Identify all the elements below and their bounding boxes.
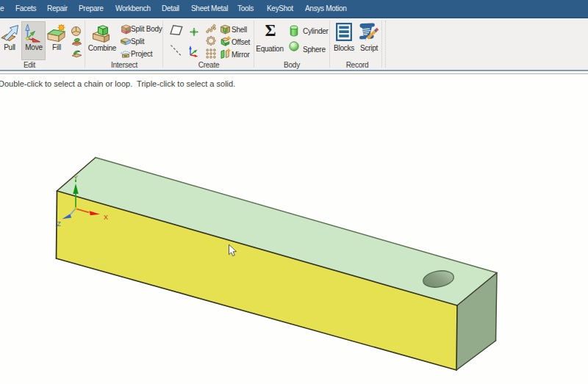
- svg-text:X: X: [104, 214, 108, 221]
- svg-text:Z: Z: [57, 220, 61, 228]
- svg-text:Y: Y: [74, 174, 78, 181]
